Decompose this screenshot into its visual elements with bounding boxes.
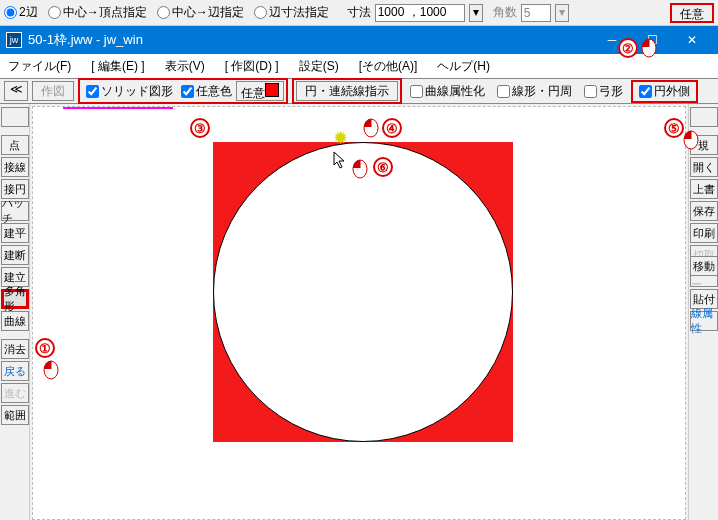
rtool-move[interactable]: 移動: [690, 256, 718, 276]
solid-group: ソリッド図形 任意色 任意: [78, 78, 288, 104]
rtool-print[interactable]: 印刷: [690, 223, 718, 243]
tool-range[interactable]: 範囲: [1, 405, 29, 425]
curve-attr-check[interactable]: 曲線属性化: [410, 83, 485, 100]
sides-dropdown[interactable]: ▾: [555, 4, 569, 22]
menu-bar: ファイル(F) [ 編集(E) ] 表示(V) [ 作図(D) ] 設定(S) …: [0, 54, 718, 78]
radio-edge-length[interactable]: 辺寸法指定: [254, 4, 329, 21]
radio-center-edge[interactable]: 中心→辺指定: [157, 4, 244, 21]
mouse-icon-2: [640, 38, 658, 58]
mouse-icon-4: [362, 118, 380, 138]
sides-label: 角数: [493, 4, 517, 21]
dimension-label: 寸法: [347, 4, 371, 21]
menu-other[interactable]: [その他(A)]: [355, 56, 422, 77]
arbitrary-button[interactable]: 任意: [670, 3, 714, 23]
rtool-save[interactable]: 保存: [690, 201, 718, 221]
app-icon: jw: [6, 32, 22, 48]
white-circle-shape: [213, 142, 513, 442]
dimension-dropdown[interactable]: ▾: [469, 4, 483, 22]
option-bar: ≪ 作図 ソリッド図形 任意色 任意 円・連続線指示 曲線属性化 線形・円周 弓…: [0, 78, 718, 104]
callout-5: ⑤: [664, 118, 684, 138]
tool-curve[interactable]: 曲線: [1, 311, 29, 331]
tool-hatch[interactable]: ハッチ: [1, 201, 29, 221]
sides-input[interactable]: [521, 4, 551, 22]
tool-polygon[interactable]: 多角形: [1, 289, 29, 309]
tool-erase[interactable]: 消去: [1, 339, 29, 359]
callout-4: ④: [382, 118, 402, 138]
callout-1: ①: [35, 338, 55, 358]
right-toolbar: 規 開く 上書 保存 印刷 切取 コピー 貼付 線属性 移動: [688, 104, 718, 520]
color-swatch-icon: [265, 83, 279, 97]
left-toolbar: 点 接線 接円 ハッチ 建平 建断 建立 多角形 曲線 消去 戻る 進む 範囲: [0, 104, 30, 520]
radio-center-vertex[interactable]: 中心→頂点指定: [48, 4, 147, 21]
line-circle-check[interactable]: 線形・円周: [497, 83, 572, 100]
circle-line-group: 円・連続線指示: [292, 78, 402, 104]
mouse-icon-1: [42, 360, 60, 380]
rtool-blank[interactable]: [690, 107, 718, 127]
callout-2: ②: [618, 38, 638, 58]
solid-shape-check[interactable]: ソリッド図形: [86, 83, 173, 100]
tool-plan[interactable]: 建平: [1, 223, 29, 243]
tool-undo[interactable]: 戻る: [1, 361, 29, 381]
menu-file[interactable]: ファイル(F): [4, 56, 75, 77]
bow-check[interactable]: 弓形: [584, 83, 623, 100]
menu-view[interactable]: 表示(V): [161, 56, 209, 77]
menu-draw[interactable]: [ 作図(D) ]: [221, 56, 283, 77]
tool-section[interactable]: 建断: [1, 245, 29, 265]
circle-continuous-button[interactable]: 円・連続線指示: [296, 81, 398, 101]
tool-point[interactable]: 点: [1, 135, 29, 155]
menu-settings[interactable]: 設定(S): [295, 56, 343, 77]
tool-redo[interactable]: 進む: [1, 383, 29, 403]
drawing-canvas[interactable]: ✹ ⑥: [32, 106, 686, 520]
guide-line: [63, 107, 173, 109]
cursor-icon: [333, 151, 347, 172]
callout-6: ⑥: [373, 157, 393, 177]
menu-edit[interactable]: [ 編集(E) ]: [87, 56, 148, 77]
mouse-icon-6: [351, 159, 369, 179]
close-button[interactable]: ✕: [672, 26, 712, 54]
rtool-overwrite[interactable]: 上書: [690, 179, 718, 199]
draw-button[interactable]: 作図: [32, 81, 74, 101]
back-button[interactable]: ≪: [4, 81, 28, 101]
sun-marker-icon: ✹: [333, 127, 348, 149]
color-pick-button[interactable]: 任意: [236, 81, 284, 101]
radio-2edge[interactable]: 2辺: [4, 4, 38, 21]
circle-outside-check[interactable]: 円外側: [639, 83, 690, 100]
arbitrary-color-check[interactable]: 任意色: [181, 83, 232, 100]
mouse-icon-5: [682, 130, 700, 150]
main-area: 点 接線 接円 ハッチ 建平 建断 建立 多角形 曲線 消去 戻る 進む 範囲 …: [0, 104, 718, 520]
tool-tangent[interactable]: 接線: [1, 157, 29, 177]
window-title: 50-1枠.jww - jw_win: [28, 31, 592, 49]
rtool-open[interactable]: 開く: [690, 157, 718, 177]
menu-help[interactable]: ヘルプ(H): [433, 56, 494, 77]
tool-blank[interactable]: [1, 107, 29, 127]
window-titlebar: jw 50-1枠.jww - jw_win ─ ☐ ✕: [0, 26, 718, 54]
circle-outside-group: 円外側: [631, 80, 698, 103]
dimension-input[interactable]: [375, 4, 465, 22]
rtool-line-attr[interactable]: 線属性: [690, 311, 718, 331]
polygon-options-bar: 2辺 中心→頂点指定 中心→辺指定 辺寸法指定 寸法 ▾ 角数 ▾ 任意: [0, 0, 718, 26]
callout-3: ③: [190, 118, 210, 138]
